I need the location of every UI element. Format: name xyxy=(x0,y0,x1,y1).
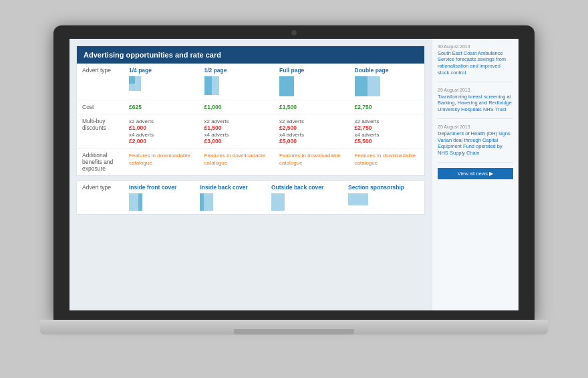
table-row-cover-type: Advert type Inside front cover Inside ba… xyxy=(77,181,424,214)
feature-link-half: Features in downloadable catalogue xyxy=(204,153,266,166)
quarter-thumb xyxy=(129,76,141,91)
cost-half: £1,000 xyxy=(199,100,275,114)
table-row-multibuy: Multi-buy discounts x2 adverts £1,000 x4… xyxy=(77,114,424,148)
discount-x2-half-price: £1,500 xyxy=(204,124,222,131)
col-half-page: 1/2 page xyxy=(199,64,275,100)
news-item-3: 25 August 2013 Department of Health (DH)… xyxy=(438,124,513,163)
news-title-2: Transforming breast screening at Barking… xyxy=(438,94,513,113)
col-half-header: 1/2 page xyxy=(204,67,269,74)
discount-x2-half-label: x2 adverts xyxy=(204,118,229,124)
table-row-advert-type: Advert type 1/4 page 1/2 page Full page xyxy=(77,64,424,100)
laptop-screen: Advertising opportunities and rate card … xyxy=(69,39,519,310)
col-quarter-header: 1/4 page xyxy=(129,67,194,74)
main-content: Advertising opportunities and rate card … xyxy=(69,39,432,310)
discount-x4-half-label: x4 adverts xyxy=(204,132,229,138)
multibuy-full: x2 adverts £2,500 x4 adverts £5,000 xyxy=(274,114,349,148)
news-title-3: Department of Health (DH) signs Varian d… xyxy=(438,130,513,157)
col-quarter-page: 1/4 page xyxy=(124,64,199,100)
discount-x2-quarter-label: x2 adverts xyxy=(129,118,154,124)
col-outside-back-header: Outside back cover xyxy=(271,184,337,191)
feature-link-double: Features in downloadable catalogue xyxy=(355,153,416,166)
discount-x2-double-label: x2 adverts xyxy=(355,118,380,124)
price-quarter: £625 xyxy=(129,104,142,110)
cost-full: £1,500 xyxy=(274,100,349,114)
half-thumb xyxy=(204,76,219,95)
feature-full: Features in downloadable catalogue xyxy=(274,148,349,175)
cost-quarter: £625 xyxy=(124,100,199,114)
col-inside-back: Inside back cover xyxy=(194,181,265,214)
ad-table-1: Advert type 1/4 page 1/2 page Full page xyxy=(77,64,424,175)
col-full-page: Full page xyxy=(274,64,349,100)
ad-card-title: Advertising opportunities and rate card xyxy=(84,51,221,59)
news-sidebar: 30 August 2013 South East Coast Ambulanc… xyxy=(432,39,519,310)
multibuy-double: x2 adverts £2,750 x4 adverts £5,500 xyxy=(349,114,425,148)
news-date-1: 30 August 2013 xyxy=(438,44,513,49)
feature-quarter: Features in downloadable catalogue xyxy=(124,148,199,175)
multibuy-quarter: x2 adverts £1,000 x4 adverts £2,000 xyxy=(124,114,199,148)
ad-card-header-1: Advertising opportunities and rate card xyxy=(77,46,424,64)
table-row-cost: Cost £625 £1,000 £1,500 £2,750 xyxy=(77,100,424,114)
col-inside-front: Inside front cover xyxy=(124,181,194,214)
cost-label: Cost xyxy=(77,100,124,114)
col-full-header: Full page xyxy=(279,67,344,74)
laptop-base xyxy=(40,320,548,335)
double-thumb xyxy=(355,76,380,96)
feature-link-full: Features in downloadable catalogue xyxy=(279,153,341,166)
col-double-header: Double page xyxy=(355,67,420,74)
laptop-camera xyxy=(291,30,297,35)
col-section-header: Section sponsorship xyxy=(348,184,419,191)
news-date-2: 29 August 2013 xyxy=(438,88,513,92)
multibuy-label: Multi-buy discounts xyxy=(77,114,124,148)
ad-card-1: Advertising opportunities and rate card … xyxy=(76,45,425,176)
discount-x4-half-price: £3,000 xyxy=(204,138,222,145)
inside-front-thumb xyxy=(129,193,142,211)
cost-double: £2,750 xyxy=(349,100,425,114)
section-thumb xyxy=(348,193,368,205)
ad-table-2: Advert type Inside front cover Inside ba… xyxy=(77,181,424,214)
screen-bezel: Advertising opportunities and rate card … xyxy=(53,25,535,320)
price-half: £1,000 xyxy=(204,104,222,110)
discount-x2-double-price: £2,750 xyxy=(355,124,372,131)
col-double-page: Double page xyxy=(349,64,425,100)
col-outside-back: Outside back cover xyxy=(266,181,343,214)
view-all-news-button[interactable]: View all news ▶ xyxy=(438,168,513,179)
col-inside-back-header: Inside back cover xyxy=(200,184,260,191)
cover-type-label: Advert type xyxy=(77,181,124,214)
discount-x4-double-label: x4 adverts xyxy=(355,132,380,138)
discount-x4-quarter-label: x4 adverts xyxy=(129,132,154,138)
multibuy-half: x2 adverts £1,500 x4 adverts £3,000 xyxy=(199,114,275,148)
advert-type-label: Advert type xyxy=(77,64,124,100)
discount-x2-full-price: £2,500 xyxy=(279,124,297,131)
col-inside-front-header: Inside front cover xyxy=(129,184,189,191)
discount-x4-quarter-price: £2,000 xyxy=(129,138,146,145)
full-thumb xyxy=(279,76,294,96)
discount-x4-double-price: £5,500 xyxy=(355,138,372,145)
ad-card-2: Advert type Inside front cover Inside ba… xyxy=(76,180,425,215)
col-section-sponsorship: Section sponsorship xyxy=(343,181,424,214)
news-item-2: 29 August 2013 Transforming breast scree… xyxy=(438,88,513,119)
discount-x4-full-label: x4 adverts xyxy=(279,132,304,138)
news-item-1: 30 August 2013 South East Coast Ambulanc… xyxy=(438,44,513,82)
feature-double: Features in downloadable catalogue xyxy=(349,148,425,175)
inside-back-thumb xyxy=(200,193,213,211)
discount-x2-full-label: x2 adverts xyxy=(279,118,304,124)
discount-x2-quarter-price: £1,000 xyxy=(129,124,146,131)
discount-x4-full-price: £5,000 xyxy=(279,138,297,145)
feature-half: Features in downloadable catalogue xyxy=(199,148,275,175)
news-title-1: South East Coast Ambulance Service forec… xyxy=(438,50,513,76)
outside-back-thumb xyxy=(271,193,285,211)
price-full: £1,500 xyxy=(279,104,297,110)
feature-link-quarter: Features in downloadable catalogue xyxy=(129,153,190,166)
table-row-additional: Additional benefits and exposure Feature… xyxy=(77,148,424,175)
additional-label: Additional benefits and exposure xyxy=(77,148,124,175)
laptop-container: Advertising opportunities and rate card … xyxy=(40,25,548,353)
price-double: £2,750 xyxy=(355,104,372,110)
news-date-3: 25 August 2013 xyxy=(438,124,513,129)
